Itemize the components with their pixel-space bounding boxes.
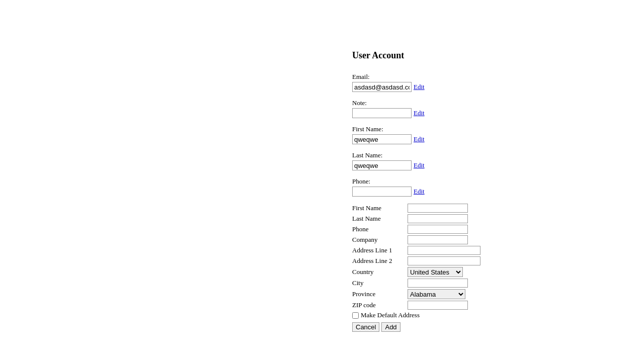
addr-country-label: Country	[352, 268, 408, 276]
addr-city-input[interactable]	[408, 279, 468, 288]
first-name-group: First Name: Edit	[352, 125, 463, 144]
addr-address1-row: Address Line 1	[352, 246, 463, 255]
first-name-input[interactable]	[352, 134, 412, 144]
addr-company-label: Company	[352, 236, 408, 244]
email-row: Edit	[352, 82, 463, 92]
addr-province-select[interactable]: Alabama Alaska Arizona Arkansas Californ…	[408, 289, 465, 299]
addr-last-name-row: Last Name	[352, 214, 463, 223]
addr-first-name-label: First Name	[352, 204, 408, 212]
last-name-edit-link[interactable]: Edit	[414, 161, 425, 169]
addr-province-label: Province	[352, 290, 408, 298]
page-container: User Account Email: Edit Note: Edit Firs…	[171, 0, 473, 352]
form-button-row: Cancel Add	[352, 322, 463, 332]
addr-last-name-label: Last Name	[352, 215, 408, 223]
addr-zip-input[interactable]	[408, 301, 468, 310]
make-default-row: Make Default Address	[352, 311, 463, 319]
cancel-button[interactable]: Cancel	[352, 322, 379, 332]
addr-country-row: Country United States	[352, 267, 463, 277]
last-name-group: Last Name: Edit	[352, 151, 463, 170]
addr-phone-row: Phone	[352, 225, 463, 234]
addr-address2-input[interactable]	[408, 256, 480, 265]
email-edit-link[interactable]: Edit	[414, 83, 425, 91]
phone-row: Edit	[352, 187, 463, 197]
first-name-row: Edit	[352, 134, 463, 144]
phone-edit-link[interactable]: Edit	[414, 188, 425, 196]
addr-first-name-row: First Name	[352, 204, 463, 213]
note-group: Note: Edit	[352, 99, 463, 118]
addr-last-name-input[interactable]	[408, 214, 468, 223]
addr-city-row: City	[352, 279, 463, 288]
addr-phone-label: Phone	[352, 225, 408, 233]
first-name-edit-link[interactable]: Edit	[414, 135, 425, 143]
address-form-section: First Name Last Name Phone Company Addre…	[352, 204, 463, 332]
email-input[interactable]	[352, 82, 412, 92]
make-default-label: Make Default Address	[361, 311, 420, 319]
phone-label: Phone:	[352, 177, 463, 186]
addr-province-row: Province Alabama Alaska Arizona Arkansas…	[352, 289, 463, 299]
addr-zip-label: ZIP code	[352, 301, 408, 309]
last-name-row: Edit	[352, 160, 463, 170]
addr-address2-label: Address Line 2	[352, 257, 408, 265]
addr-city-label: City	[352, 279, 408, 287]
note-input[interactable]	[352, 108, 412, 118]
make-default-checkbox[interactable]	[352, 312, 359, 319]
addr-address2-row: Address Line 2	[352, 256, 463, 265]
addr-address1-input[interactable]	[408, 246, 480, 255]
addr-country-select[interactable]: United States	[408, 267, 463, 277]
last-name-input[interactable]	[352, 160, 412, 170]
addr-first-name-input[interactable]	[408, 204, 468, 213]
last-name-label: Last Name:	[352, 151, 463, 159]
addr-company-input[interactable]	[408, 235, 468, 244]
addr-zip-row: ZIP code	[352, 301, 463, 310]
phone-input[interactable]	[352, 187, 412, 197]
addr-company-row: Company	[352, 235, 463, 244]
email-label: Email:	[352, 73, 463, 81]
addr-phone-input[interactable]	[408, 225, 468, 234]
add-button[interactable]: Add	[381, 322, 400, 332]
phone-group: Phone: Edit	[352, 177, 463, 197]
note-edit-link[interactable]: Edit	[414, 109, 425, 117]
note-label: Note:	[352, 99, 463, 107]
note-row: Edit	[352, 108, 463, 118]
addr-address1-label: Address Line 1	[352, 246, 408, 254]
first-name-label: First Name:	[352, 125, 463, 133]
page-title: User Account	[352, 50, 463, 61]
email-group: Email: Edit	[352, 73, 463, 92]
